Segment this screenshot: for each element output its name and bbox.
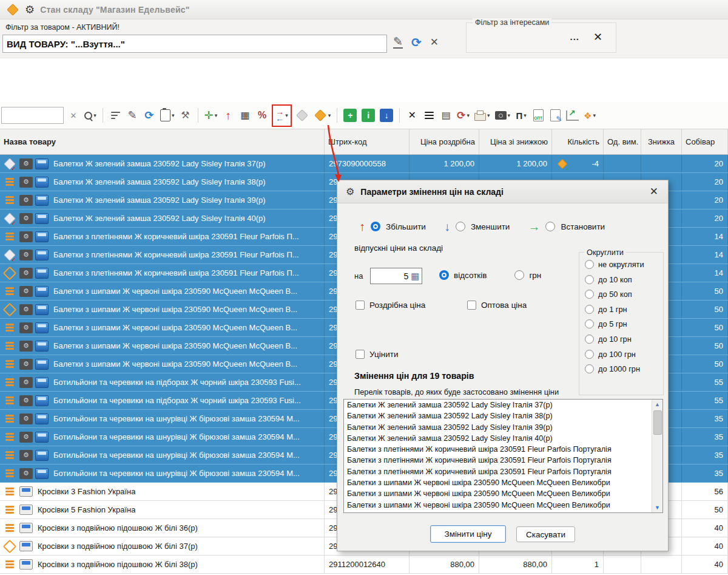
diamond-gray-icon[interactable] (294, 105, 310, 126)
image-icon[interactable] (35, 395, 49, 406)
camera-gear-icon[interactable]: ⚙ (19, 177, 33, 188)
rounding-radio[interactable] (585, 350, 594, 359)
mode-radio[interactable] (456, 222, 465, 231)
scroll-down-icon[interactable]: ▼ (652, 505, 662, 511)
apply-button[interactable]: Змінити ціну (430, 525, 506, 543)
image-icon[interactable] (35, 231, 49, 242)
list-variant-icon[interactable] (2, 233, 17, 240)
mode-option-2[interactable]: ↓Зменшити (444, 220, 510, 233)
table-view-icon[interactable]: ▤ (439, 105, 453, 126)
retail-price-checkbox[interactable]: Роздрібна ціна (356, 301, 467, 310)
product-list-item[interactable]: Балетки Ж зелений замша 230592 Lady Sisl… (344, 422, 662, 433)
rounding-option-4[interactable]: до 1 грн (585, 305, 644, 314)
wholesale-price-checkbox[interactable]: Оптова ціна (467, 301, 527, 310)
image-icon[interactable] (35, 286, 49, 297)
dropdown-icon[interactable]: ▾ (487, 112, 490, 118)
rounding-radio[interactable] (585, 319, 594, 328)
camera-gear-icon[interactable]: ⚙ (19, 377, 33, 388)
list-variant-icon[interactable] (2, 469, 17, 477)
related-icon[interactable]: ❖▾ (582, 105, 597, 126)
image-icon[interactable] (35, 341, 49, 352)
list-variant-icon[interactable] (2, 360, 17, 367)
rounding-radio[interactable] (585, 275, 594, 284)
image-icon[interactable] (35, 158, 49, 169)
stock-card-icon[interactable] (19, 505, 33, 515)
interests-more-button[interactable]: ... (570, 32, 579, 42)
refresh-icon[interactable]: ⟳ (142, 105, 157, 126)
image-icon[interactable] (35, 450, 49, 461)
camera-gear-icon[interactable]: ⚙ (19, 468, 33, 479)
chart-icon[interactable]: ↗ (565, 105, 580, 126)
gear-icon[interactable]: ⚙ (25, 4, 35, 15)
list-variant-icon[interactable] (2, 560, 17, 568)
camera-gear-icon[interactable]: ⚙ (19, 268, 33, 279)
camera-gear-icon[interactable]: ⚙ (19, 231, 33, 242)
camera-gear-icon[interactable]: ⚙ (19, 432, 33, 443)
rounding-radio[interactable] (585, 260, 594, 269)
image-icon[interactable] (35, 195, 49, 206)
diamond-outline-icon[interactable] (2, 540, 17, 553)
image-icon[interactable] (35, 413, 49, 424)
list-variant-icon[interactable] (2, 524, 17, 531)
product-list-item[interactable]: Балетки з шипами Ж червоні шкіра 230590 … (344, 500, 662, 511)
dropdown-icon[interactable]: ▾ (593, 112, 596, 118)
export-image-icon[interactable]: ↓ (379, 105, 394, 126)
camera-gear-icon[interactable]: ⚙ (19, 450, 33, 461)
column-header-2[interactable]: Штрих-код (325, 129, 410, 154)
diamond-check-icon[interactable]: ✓ (2, 248, 17, 262)
search-clear-icon[interactable]: ✕ (66, 105, 81, 126)
column-header-6[interactable]: Од. вим. (604, 129, 641, 154)
rounding-option-2[interactable]: до 10 коп (585, 275, 644, 284)
amount-input[interactable]: 5 ▦ (370, 268, 422, 284)
camera-gear-icon[interactable]: ⚙ (19, 286, 33, 297)
filter-icon[interactable] (108, 105, 123, 126)
table-row[interactable]: Кросівки з подвійною підошвою Ж білі 38(… (0, 556, 728, 574)
product-listbox[interactable]: Балетки Ж зелений замша 230592 Lady Sisl… (343, 399, 663, 513)
list-variant-icon[interactable] (2, 488, 17, 495)
list-variant-icon[interactable] (2, 433, 17, 440)
unit-option-1[interactable]: відсотків (439, 270, 487, 280)
stock-card-icon[interactable] (19, 541, 33, 551)
dropdown-icon[interactable]: ▾ (215, 112, 218, 118)
image-icon[interactable] (35, 359, 49, 370)
mode-radio[interactable] (545, 222, 555, 231)
camera-gear-icon[interactable]: ⚙ (19, 413, 33, 424)
scrollbar-thumb[interactable] (653, 410, 662, 435)
mode-option-3[interactable]: →Встановити (528, 220, 605, 233)
refresh-data-icon[interactable]: ⟳▾ (456, 105, 471, 126)
column-header-8[interactable]: Собівар (682, 129, 728, 154)
list-variant-icon[interactable] (2, 287, 17, 294)
unit-radio[interactable] (514, 270, 524, 280)
refresh-filter-icon[interactable]: ⟳ (411, 36, 422, 49)
stock-card-icon[interactable] (19, 523, 33, 533)
camera-gear-icon[interactable]: ⚙ (19, 250, 33, 260)
rounding-option-5[interactable]: до 5 грн (585, 319, 644, 328)
list-variant-icon[interactable] (2, 506, 17, 513)
diamond-outline-icon[interactable] (2, 303, 17, 316)
rounding-option-3[interactable]: до 50 коп (585, 290, 644, 299)
camera-gear-icon[interactable]: ⚙ (19, 158, 33, 169)
stock-card-icon[interactable] (19, 559, 33, 570)
add-icon[interactable]: + (342, 105, 358, 126)
list-variant-icon[interactable] (2, 178, 17, 185)
unit-radio[interactable] (439, 270, 449, 280)
rounding-option-7[interactable]: до 100 грн (585, 350, 644, 359)
diamond-outline-icon[interactable] (2, 267, 17, 280)
image-icon[interactable] (35, 322, 49, 333)
cancel-button[interactable]: Скасувати (516, 526, 575, 542)
product-list-item[interactable]: Балетки Ж зелений замша 230592 Lady Sisl… (344, 400, 662, 410)
camera-gear-icon[interactable]: ⚙ (19, 341, 33, 352)
diamond-check-icon[interactable]: ✓ (2, 212, 17, 225)
camera-gear-icon[interactable]: ⚙ (19, 395, 33, 406)
camera-gear-icon[interactable]: ⚙ (19, 195, 33, 206)
rounding-option-6[interactable]: до 10 грн (585, 335, 644, 344)
image-icon[interactable] (35, 377, 49, 388)
dialog-close-icon[interactable]: ✕ (650, 185, 658, 198)
list-variant-icon[interactable] (2, 324, 17, 331)
column-p-icon[interactable]: П▾ (514, 105, 528, 126)
list-variant-icon[interactable] (2, 196, 17, 203)
rows-icon[interactable] (422, 105, 436, 126)
column-header-1[interactable]: Назва товару (0, 129, 325, 154)
service-icon[interactable]: ⚒ (178, 105, 193, 126)
column-header-5[interactable]: Кількість (552, 129, 604, 154)
